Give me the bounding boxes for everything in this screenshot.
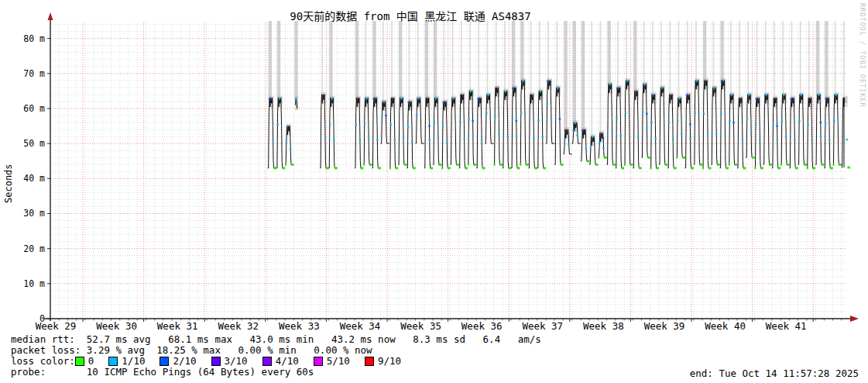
loss-legend-entry-1: 1/10 [108, 356, 145, 367]
loss-color-swatch-0 [75, 357, 84, 366]
x-tick-week-33: Week 33 [279, 320, 320, 332]
loss-color-swatch-2 [160, 357, 169, 366]
loss-legend-label-1: 1/10 [122, 356, 145, 367]
stat-probe: probe: 10 ICMP Echo Pings (64 Bytes) eve… [11, 367, 541, 378]
loss-legend-label-2: 2/10 [173, 356, 196, 367]
axes-layer [44, 12, 859, 322]
y-tick-1: 10 m [23, 278, 45, 289]
x-tick-week-30: Week 30 [96, 320, 137, 332]
y-tick-5: 50 m [23, 138, 45, 149]
x-tick-week-31: Week 31 [157, 320, 198, 332]
loss-legend-entry-0: 0 [75, 356, 94, 367]
x-tick-week-35: Week 35 [400, 320, 441, 332]
loss-legend-label-0: 0 [88, 356, 94, 367]
loss-color-swatch-6 [365, 357, 374, 366]
loss-color-swatch-4 [262, 357, 272, 366]
x-tick-week-40: Week 40 [705, 320, 746, 332]
loss-legend-label-6: 9/10 [378, 356, 401, 367]
loss-legend-entry-6: 9/10 [365, 356, 401, 367]
x-tick-week-32: Week 32 [218, 320, 259, 332]
grid-layer [50, 21, 846, 319]
loss-color-label: loss color: [11, 356, 75, 367]
x-tick-week-39: Week 39 [644, 320, 685, 332]
y-tick-3: 30 m [23, 208, 45, 219]
stats-block: median rtt: 52.7 ms avg 68.1 ms max 43.0… [11, 334, 541, 378]
loss-legend-entry-2: 2/10 [160, 356, 196, 367]
latency-plot: 010 m20 m30 m40 m50 m60 m70 m80 mWeek 29… [0, 0, 868, 383]
loss-legend-entry-3: 3/10 [211, 356, 248, 367]
loss-color-swatch-5 [314, 357, 323, 366]
loss-legend-entry-4: 4/10 [262, 356, 299, 367]
loss-legend-label-3: 3/10 [225, 356, 248, 367]
y-tick-2: 20 m [23, 243, 45, 254]
loss-color-swatch-3 [211, 357, 221, 366]
end-timestamp: end: Tue Oct 14 11:57:28 2025 [690, 367, 859, 379]
x-tick-week-41: Week 41 [766, 320, 807, 332]
smokeping-graph: 90天前的数据 from 中国 黑龙江 联通 AS4837 RRDTOOL / … [0, 0, 868, 383]
y-tick-6: 60 m [23, 103, 45, 114]
x-tick-week-29: Week 29 [36, 320, 77, 332]
loss-legend-label-4: 4/10 [276, 356, 299, 367]
y-tick-7: 70 m [23, 68, 45, 79]
x-tick-week-38: Week 38 [583, 320, 624, 332]
loss-color-swatch-1 [108, 357, 118, 366]
y-tick-8: 80 m [23, 33, 45, 44]
loss-legend-entry-5: 5/10 [314, 356, 350, 367]
axis-tick-labels: 010 m20 m30 m40 m50 m60 m70 m80 mWeek 29… [23, 33, 806, 332]
stat-median-rtt: median rtt: 52.7 ms avg 68.1 ms max 43.0… [11, 334, 541, 345]
stat-packet-loss: packet loss: 3.29 % avg 18.25 % max 0.00… [11, 345, 541, 356]
x-tick-week-37: Week 37 [522, 320, 563, 332]
x-tick-week-36: Week 36 [461, 320, 503, 332]
loss-legend-label-5: 5/10 [327, 356, 350, 367]
y-tick-4: 40 m [23, 173, 45, 184]
legend-loss-color: loss color: 01/102/103/104/105/109/10 [11, 356, 541, 367]
x-tick-week-34: Week 34 [340, 320, 381, 332]
